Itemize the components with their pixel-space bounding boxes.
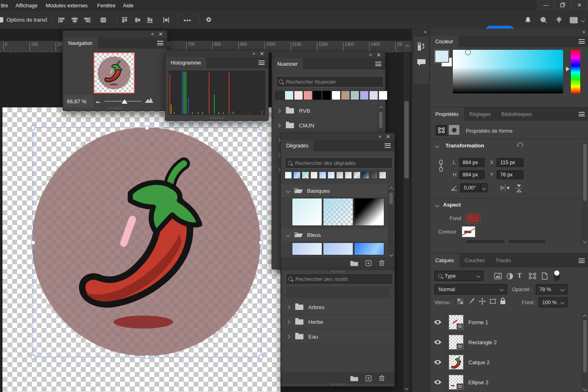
restore-button[interactable] (554, 0, 571, 10)
filter-text-layers-icon[interactable]: T (517, 272, 522, 279)
color-swatch[interactable] (360, 91, 369, 100)
gradient-swatch[interactable] (285, 172, 292, 179)
collapse-icon[interactable]: « (379, 134, 381, 140)
minimize-button[interactable]: — (538, 0, 554, 10)
tab-degrades[interactable]: Dégradés (281, 140, 314, 151)
color-swatch[interactable] (322, 91, 331, 100)
layer-name[interactable]: Ellipse 2 (468, 379, 488, 385)
scroll-up-icon[interactable] (379, 106, 383, 110)
distribute-vertical-icon[interactable] (161, 15, 172, 25)
color-swatch[interactable] (332, 91, 341, 100)
panel-expand-icon[interactable]: » (582, 29, 585, 35)
panel-grip[interactable] (210, 117, 224, 119)
layer-thumbnail[interactable] (449, 335, 463, 350)
hue-slider-pointer[interactable] (566, 67, 570, 71)
selection-handle[interactable] (31, 126, 35, 130)
tab-couches[interactable]: Couches (459, 254, 490, 267)
color-swatch[interactable] (341, 91, 350, 100)
gradient-swatch[interactable] (354, 243, 384, 255)
vertical-scrollbar[interactable] (403, 53, 410, 392)
distribute-top-icon[interactable] (119, 15, 130, 25)
gradients-scrollbar[interactable] (388, 185, 394, 258)
selection-handle[interactable] (145, 355, 149, 359)
ruler-collapse[interactable] (403, 41, 412, 52)
folder-row-herbe[interactable]: Herbe (281, 315, 394, 330)
gradient-swatch[interactable] (345, 172, 352, 179)
bell-icon[interactable] (523, 15, 533, 25)
height-field[interactable]: 884 px (459, 170, 485, 179)
layer-row-calque2[interactable]: Calque 2 (430, 352, 588, 372)
align-center-horizontal-icon[interactable] (69, 15, 80, 25)
lock-transparency-icon[interactable] (457, 298, 463, 305)
zoom-level-field[interactable]: 66,67 % (64, 95, 94, 107)
gradient-swatch[interactable] (370, 172, 378, 179)
layer-row-ellipse2[interactable]: Ellipse 2 (430, 372, 588, 392)
swatches-search-input[interactable]: Rechercher Nuancier (276, 76, 384, 87)
angle-dropdown[interactable] (481, 183, 488, 192)
color-swatch[interactable] (294, 91, 303, 100)
gradient-swatch[interactable] (336, 172, 343, 179)
gradient-swatch[interactable] (310, 172, 318, 179)
hue-slider[interactable] (571, 50, 580, 94)
scroll-down-icon[interactable] (389, 253, 393, 257)
tab-proprietes[interactable]: Propriétés (430, 107, 464, 121)
dock-collapse-icon[interactable]: « (424, 29, 427, 35)
transform-selection-box[interactable] (33, 127, 261, 357)
color-swatch[interactable] (285, 91, 294, 100)
collapse-icon[interactable]: « (369, 52, 372, 58)
more-options-button[interactable]: ••• (182, 15, 193, 25)
gradient-swatch[interactable] (354, 198, 384, 226)
stroke-width-slider[interactable] (466, 240, 505, 243)
shape-properties-button[interactable] (436, 125, 447, 136)
flip-vertical-icon[interactable] (515, 184, 523, 192)
panel-menu-icon[interactable] (375, 62, 381, 66)
gradient-swatch[interactable] (302, 172, 309, 179)
gradient-swatch[interactable] (327, 172, 335, 179)
mask-properties-button[interactable] (449, 125, 459, 135)
menu-affichage[interactable]: Affichage (16, 0, 38, 11)
scroll-down-icon[interactable] (583, 387, 587, 391)
close-icon[interactable]: ✕ (376, 52, 381, 58)
tab-navigation[interactable]: Navigation (63, 38, 98, 49)
lock-all-icon[interactable] (500, 297, 506, 305)
selection-handle[interactable] (259, 241, 263, 245)
close-button[interactable]: ✕ (571, 0, 588, 10)
layer-filter-type-dropdown[interactable]: Type (434, 271, 483, 281)
panel-grip[interactable] (331, 383, 345, 385)
scroll-down-icon[interactable] (405, 386, 409, 390)
distribute-bottom-icon[interactable] (145, 15, 155, 25)
filter-pixel-layers-icon[interactable] (494, 273, 502, 279)
visibility-toggle[interactable] (430, 312, 446, 332)
tab-nuancier[interactable]: Nuancier (272, 58, 303, 69)
workspace-icon[interactable] (568, 15, 579, 25)
tab-bibliotheques[interactable]: Bibliothèques (496, 107, 537, 121)
flip-horizontal-icon[interactable] (501, 184, 510, 192)
color-swatch[interactable] (379, 91, 388, 100)
new-item-icon[interactable] (365, 375, 372, 381)
color-swatch[interactable] (369, 91, 378, 100)
layer-name[interactable]: Rectangle 2 (468, 339, 497, 345)
histogram-titlebar[interactable]: « ✕ (165, 50, 268, 57)
section-chevron-icon[interactable] (435, 144, 439, 148)
chevron-right-icon[interactable] (286, 320, 290, 324)
stroke-style-slider[interactable] (509, 240, 546, 243)
gradient-swatch[interactable] (319, 172, 326, 179)
menu-modules-externes[interactable]: Modules externes (46, 0, 88, 11)
blend-mode-dropdown[interactable]: Normal (434, 284, 507, 294)
scroll-up-icon[interactable] (389, 187, 393, 191)
visibility-toggle[interactable] (430, 372, 446, 392)
stroke-color-swatch[interactable] (462, 226, 475, 237)
tab-couleur[interactable]: Couleur (430, 36, 459, 47)
fill-opacity-field[interactable]: 100 % (539, 297, 568, 307)
panel-menu-icon[interactable] (157, 41, 163, 45)
chevron-right-icon[interactable] (286, 305, 290, 310)
chevron-right-icon[interactable] (277, 124, 281, 128)
scrollbar-thumb[interactable] (583, 320, 587, 372)
group-header-bleus[interactable]: Bleus (281, 229, 394, 241)
menu-aide[interactable]: Aide (123, 0, 134, 11)
scrollbar-thumb[interactable] (379, 112, 383, 128)
scroll-up-icon[interactable] (583, 315, 587, 319)
gradient-swatch[interactable] (323, 198, 353, 226)
group-header-basiques[interactable]: Basiques (281, 185, 394, 197)
align-right-icon[interactable] (82, 15, 92, 25)
